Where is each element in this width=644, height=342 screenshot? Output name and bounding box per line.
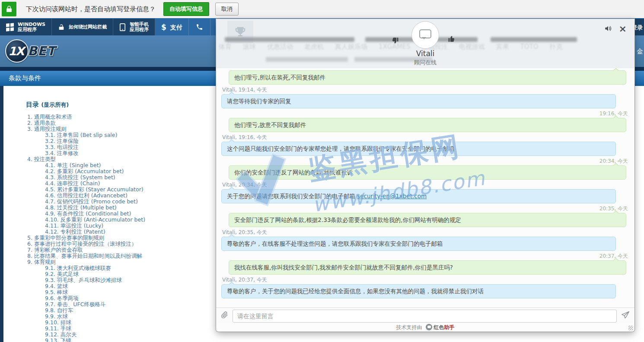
sound-toggle-icon[interactable] — [604, 25, 612, 34]
toc-link[interactable]: 3.3. 电话投注 — [27, 144, 216, 150]
message-bubble: 关于您的问题请您联系到我们安全部门的电子邮箱 security-en@1xbet… — [221, 189, 616, 203]
chat-message-list: 他们理亏,所以在装死,不回复我邮件 Vitali, 19:14, 今天 请您等待… — [216, 68, 634, 307]
toc-link[interactable]: 9.8. 自行车 — [27, 307, 216, 314]
chat-message: Vitali, 19:16, 今天 这个问题只能我们安全部门的专家帮您处理，请您… — [221, 134, 629, 156]
blurred-text — [491, 37, 577, 42]
toolbar-item-payments[interactable]: $ 支付 — [155, 19, 189, 35]
1xbet-logo[interactable]: BET 1X — [5, 39, 70, 63]
message-text: 他们理亏,所以在装死,不回复我邮件 — [234, 74, 325, 81]
toc-heading: 目录 (显示所有) — [26, 101, 216, 109]
message-text: 这个问题只能我们安全部门的专家帮您处理，请您联系跟我们专家在安全部门的电子邮箱 — [227, 145, 455, 152]
attach-file-icon[interactable] — [221, 311, 228, 321]
agent-status: 顾问在线 — [216, 59, 634, 66]
toc-link[interactable]: 3.1. 注单售回 (Bet slip sale) — [27, 132, 216, 138]
toc-link[interactable]: 4.11. 幸运投注 (Lucky) — [27, 223, 216, 229]
message-text: 你们的安全部门违反了网站的条款,我找谁投诉 — [234, 169, 353, 176]
toc-link[interactable]: 4. 投注类型 — [27, 156, 216, 162]
toolbar-label: 如何绕过网站拦截 — [69, 25, 107, 30]
toc-link[interactable]: 4.5. 累计多重彩 (Stayer Accumulator) — [27, 187, 216, 193]
blurred-text — [225, 37, 354, 42]
livechat-brand-icon — [426, 324, 432, 330]
band-partial-text: 金 — [637, 48, 643, 56]
message-timestamp: Vitali, 19:14, 今天 — [222, 87, 628, 93]
toolbar-label: 智能手机 — [130, 22, 149, 27]
autofill-button[interactable]: 自动填写信息 — [163, 2, 209, 16]
toc-link[interactable]: 3.4. 注单修改 — [27, 150, 216, 156]
resize-handle[interactable] — [628, 326, 633, 330]
message-bubble: 请您等待我们专家的回复 — [221, 94, 616, 108]
toc-link[interactable]: 3. 通用投注规则 — [27, 126, 216, 132]
chat-message: 19:16, 今天 他们理亏,故意不回复我邮件 — [221, 111, 629, 132]
notification-message: 下次访问该网站时，是否自动填写登录信息？ — [26, 5, 156, 13]
toc-link[interactable]: 4.8. 过关投注 (Multiple bet) — [27, 205, 216, 211]
logo-text-1x: 1X — [8, 44, 24, 58]
message-bubble: 我找在线客服,你叫我找安全部门,我发邮件安全部门就故意不回复邮件,你们是黑庄吗? — [229, 260, 626, 275]
message-text: 我找在线客服,你叫我找安全部门,我发邮件安全部门就故意不回复邮件,你们是黑庄吗? — [234, 264, 453, 271]
toc-link[interactable]: 9.13. 飞镖 — [27, 338, 216, 342]
thumbs-up-icon[interactable] — [448, 35, 456, 45]
support-prefix: 技术支持由 — [396, 324, 422, 330]
toc-link[interactable]: 9. 体育规则 — [27, 259, 216, 265]
toc-link[interactable]: 4.7. 促销代码投注 (Promo code bet) — [27, 199, 216, 205]
cancel-button[interactable]: 取消 — [215, 3, 239, 16]
toc-link[interactable]: 4.2. 多重彩 (Accumulator bet) — [27, 168, 216, 174]
thumbs-down-icon[interactable] — [391, 36, 399, 46]
chat-bubble-icon — [419, 29, 431, 38]
toc-link[interactable]: 4.12. 专利投注 (Patent) — [27, 229, 216, 235]
toc-link[interactable]: 7. 博彩帐户的资金存取 — [27, 247, 216, 253]
logo-text-bet: BET — [28, 44, 56, 58]
message-timestamp: 20:35, 今天 — [222, 206, 628, 212]
toolbar-label: WINDOWS — [18, 22, 45, 27]
message-timestamp: Vitali, 19:16, 今天 — [222, 134, 628, 140]
toc-link[interactable]: 9.1. 澳大利亚式橄榄球联赛 — [27, 265, 216, 271]
toc-heading-text: 目录 — [26, 101, 39, 108]
toc-link[interactable]: 4.10. 反多重彩 (Anti-Accumulator bet) — [27, 217, 216, 223]
toolbar-item-bypass-block[interactable]: 如何绕过网站拦截 — [52, 19, 113, 35]
toc-link[interactable]: 9.12. 高尔夫 — [27, 332, 216, 338]
close-icon[interactable]: × — [619, 25, 627, 33]
chat-message: 20:35, 今天 安全部门违反了网站的条款,根据2.33条款必需要全额退款给我… — [221, 206, 629, 227]
brand-name-gray[interactable]: 红色 — [434, 324, 444, 330]
toc-link[interactable]: 9.2. 美式足球 — [27, 271, 216, 277]
chat-input-bar — [216, 307, 634, 324]
chat-message: Vitali, 20:34, 今天 关于您的问题请您联系到我们安全部门的电子邮箱… — [221, 182, 629, 203]
toc-link[interactable]: 9.7. 拳击、UFC终极格斗 — [27, 301, 216, 307]
message-input[interactable] — [233, 310, 617, 323]
left-page-rail — [0, 71, 3, 342]
message-bubble: 尊敬的客户，在线客服不处理这些问题，请您联系跟我们专家在安全部门的电子邮箱 — [221, 237, 616, 251]
message-timestamp: 20:37, 今天 — [222, 253, 628, 259]
toolbar-item-windows-apps[interactable]: WINDOWS应用程序 — [0, 19, 52, 35]
toolbar-item-mobile-apps[interactable]: 智能手机应用程序 — [113, 19, 155, 35]
agent-name: Vitali — [216, 49, 634, 58]
toc-link[interactable]: 9.10. 排球 — [27, 320, 216, 326]
message-timestamp: 19:16, 今天 — [222, 111, 628, 117]
toc-link[interactable]: 1. 通用概念和术语 — [27, 114, 216, 120]
chat-message: Vitali, 20:35, 今天 尊敬的客户，在线客服不处理这些问题，请您联系… — [221, 229, 629, 251]
message-bubble: 这个问题只能我们安全部门的专家帮您处理，请您联系跟我们专家在安全部门的电子邮箱 — [221, 142, 616, 156]
toc-link[interactable]: 5. 多重彩中部分赛事的限制规则 — [27, 235, 216, 241]
toc-link[interactable]: 4.1. 单注 (Single bet) — [27, 162, 216, 168]
toc-link[interactable]: 9.5. 棒球 — [27, 289, 216, 295]
toolbar-item-phone[interactable] — [189, 19, 210, 35]
toc-link[interactable]: 4.3. 系统投注 (System bet) — [27, 174, 216, 180]
chat-header: 体育滚球优惠活动老虎机真人娱乐场1XGAMES金融投注电视游戏宾果TOTO扑克 … — [216, 19, 634, 68]
toc-link[interactable]: 8. 比赛结果、赛事开始日期和时间以及纠纷调解 — [27, 253, 216, 259]
toc-link[interactable]: 6. 赛事进行过程中可接受的投注（滚球投注） — [27, 241, 216, 247]
toc-link[interactable]: 9.3. 羽毛球、乒乓球和沙滩排球 — [27, 277, 216, 283]
windows-icon — [6, 23, 14, 31]
toc-link[interactable]: 9.11. 手球 — [27, 326, 216, 332]
toc-link[interactable]: 2. 通用条款 — [27, 120, 216, 126]
message-text: 安全部门违反了网站的条款,根据2.33条款必需要全额退款给我的,你们网站有明确的… — [234, 216, 461, 223]
toc-link[interactable]: 4.9. 有条件投注 (Conditional bet) — [27, 211, 216, 217]
toc-link[interactable]: 4.4. 连串投注 (Chain) — [27, 180, 216, 187]
toc-link[interactable]: 3.2. 注单保险 — [27, 138, 216, 144]
brand-name-red[interactable]: 助手 — [444, 324, 454, 330]
send-message-icon[interactable] — [621, 311, 630, 321]
toc-show-all-link[interactable]: (显示所有) — [41, 101, 69, 108]
message-text: 关于您的问题请您联系到我们安全部门的电子邮箱 — [227, 193, 357, 200]
toc-link[interactable]: 9.6. 冬季两项 — [27, 295, 216, 301]
toc-link[interactable]: 9.9. 水球 — [27, 314, 216, 320]
toc-link[interactable]: 9.4. 篮球 — [27, 283, 216, 289]
security-email-link[interactable]: security-en@1xbet.com — [357, 193, 427, 200]
toc-link[interactable]: 4.6. 信用投注红利 (Advancebet) — [27, 193, 216, 199]
